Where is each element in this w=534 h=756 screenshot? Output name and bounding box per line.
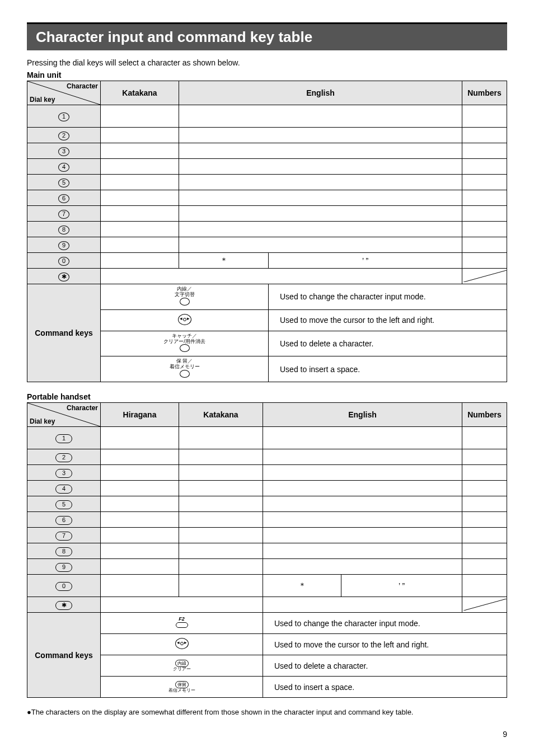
cell <box>179 128 462 143</box>
dial-key: 7 <box>27 528 101 543</box>
cell <box>263 449 462 465</box>
cell <box>462 543 507 559</box>
dial-key: 6 <box>27 190 101 206</box>
footnote: ●The characters on the display are somew… <box>27 708 507 716</box>
cell <box>179 237 462 253</box>
cell <box>179 481 263 496</box>
cell <box>179 559 263 575</box>
command-keys-label: Command keys <box>27 613 101 698</box>
cell <box>263 512 462 528</box>
cell <box>179 449 263 465</box>
cell <box>101 222 179 237</box>
cell <box>101 559 179 575</box>
dial-key: ✱ <box>27 597 101 613</box>
dial-key: 2 <box>27 449 101 465</box>
cell <box>179 175 462 190</box>
main-unit-table: Character Dial key Katakana English Numb… <box>27 81 507 382</box>
cmd-desc: Used to delete a character. <box>269 331 507 356</box>
page-number: 9 <box>27 730 507 739</box>
cell <box>179 512 263 528</box>
dial-key: 3 <box>27 143 101 159</box>
f2-key-icon <box>176 622 188 628</box>
cell <box>179 465 263 481</box>
cell <box>179 159 462 175</box>
cell <box>263 465 462 481</box>
cell <box>263 427 462 449</box>
cell <box>263 496 462 512</box>
cell <box>101 143 179 159</box>
diag-bottom: Dial key <box>30 96 55 104</box>
diag-cell <box>462 269 507 284</box>
mode-key-icon <box>180 298 190 306</box>
svg-line-3 <box>462 599 507 611</box>
dial-key: ✱ <box>27 269 101 284</box>
svg-line-1 <box>462 270 507 283</box>
dial-key: 5 <box>27 175 101 190</box>
col-numbers: Numbers <box>462 403 507 427</box>
dial-key: 1 <box>27 427 101 449</box>
diag-top: Character <box>67 82 98 90</box>
cell <box>462 449 507 465</box>
dial-key: 0 <box>27 575 101 597</box>
cell <box>101 481 179 496</box>
cell <box>179 206 462 222</box>
cell <box>101 105 179 128</box>
cell <box>462 427 507 449</box>
cmd-desc: Used to change the character input mode. <box>269 284 507 310</box>
cell <box>462 190 507 206</box>
cmd-desc: Used to insert a space. <box>269 356 507 382</box>
diag-cell <box>462 597 507 613</box>
diag-bottom: Dial key <box>30 417 55 425</box>
dial-key: 9 <box>27 559 101 575</box>
dial-key: 4 <box>27 481 101 496</box>
col-katakana: Katakana <box>179 403 263 427</box>
cell <box>101 427 179 449</box>
cell <box>101 159 179 175</box>
cell <box>101 528 179 543</box>
cell <box>179 543 263 559</box>
cell <box>101 543 179 559</box>
diag-top: Character <box>67 404 98 412</box>
dial-key: 0 <box>27 253 101 269</box>
dial-key: 4 <box>27 159 101 175</box>
cell <box>101 128 179 143</box>
cell <box>179 190 462 206</box>
cell <box>101 449 179 465</box>
cell <box>462 512 507 528</box>
cell <box>462 222 507 237</box>
clear-key-icon <box>180 344 190 352</box>
clear-key-icon: 内線 <box>175 660 189 667</box>
cmd-key <box>101 309 269 331</box>
cell: ’ ” <box>341 575 462 597</box>
cell <box>179 143 462 159</box>
cmd-key: 保 留／ 着信メモリー <box>101 356 269 382</box>
cell <box>101 206 179 222</box>
cell <box>101 575 179 597</box>
hold-key-icon: 保留 <box>175 681 189 688</box>
portable-table: Character Dial key Hiragana Katakana Eng… <box>27 402 507 698</box>
nav-key-icon <box>178 314 191 325</box>
cmd-desc: Used to move the cursor to the left and … <box>263 634 507 655</box>
cell <box>462 128 507 143</box>
cell <box>179 528 263 543</box>
cell <box>101 269 462 284</box>
dial-key: 1 <box>27 105 101 128</box>
cmd-key: 内線／ 文字切替 <box>101 284 269 310</box>
cell <box>179 575 263 597</box>
cell <box>179 496 263 512</box>
cell <box>462 159 507 175</box>
dial-key: 3 <box>27 465 101 481</box>
cmd-desc: Used to insert a space. <box>263 677 507 698</box>
cmd-key: 保留 着信メモリー <box>101 677 263 698</box>
cell <box>462 465 507 481</box>
cell <box>462 175 507 190</box>
dial-key: 7 <box>27 206 101 222</box>
cell <box>462 575 507 597</box>
cell <box>263 528 462 543</box>
cell <box>101 190 179 206</box>
cell <box>101 237 179 253</box>
cell <box>101 496 179 512</box>
cell <box>462 496 507 512</box>
col-hiragana: Hiragana <box>101 403 179 427</box>
cell <box>101 512 179 528</box>
